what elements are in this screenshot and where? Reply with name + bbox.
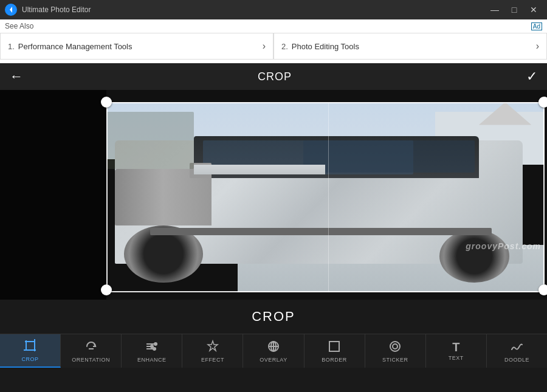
ad-item-1-arrow: › bbox=[263, 41, 266, 52]
tool-sticker-label: STICKER bbox=[382, 357, 408, 363]
tool-doodle[interactable]: DOODLE bbox=[487, 334, 547, 368]
watermark: groovyPost.com bbox=[466, 241, 541, 251]
crop-handle-top-left[interactable] bbox=[101, 97, 112, 108]
title-bar: Ultimate Photo Editor — □ ✕ bbox=[0, 0, 547, 19]
tool-effect-label: EFFECT bbox=[201, 357, 224, 363]
crop-main: groovyPost.com bbox=[0, 90, 547, 300]
overlay-icon bbox=[267, 340, 280, 355]
svg-point-18 bbox=[393, 344, 397, 349]
tool-overlay-label: OVERLAY bbox=[260, 357, 287, 363]
svg-point-9 bbox=[151, 345, 153, 348]
svg-rect-16 bbox=[329, 342, 339, 351]
tool-orientation-label: ORENTATION bbox=[72, 357, 110, 363]
tool-effect[interactable]: EFFECT bbox=[182, 334, 243, 368]
ad-items: 1. Performance Management Tools › 2. Pho… bbox=[0, 33, 547, 60]
ad-item-2-num: 2. bbox=[281, 42, 288, 51]
maximize-button[interactable]: □ bbox=[506, 1, 523, 18]
ad-item-2-text: Photo Editing Tools bbox=[292, 42, 359, 51]
enhance-icon bbox=[145, 340, 159, 355]
ad-item-1[interactable]: 1. Performance Management Tools › bbox=[0, 33, 274, 60]
crop-back-button[interactable]: ← bbox=[10, 69, 23, 84]
tool-crop-label: CROP bbox=[22, 356, 39, 362]
left-overlay bbox=[0, 90, 106, 300]
close-button[interactable]: ✕ bbox=[525, 1, 542, 18]
crop-handle-bottom-right[interactable] bbox=[538, 284, 547, 295]
border-icon bbox=[328, 340, 341, 355]
ad-item-1-num: 1. bbox=[8, 42, 15, 51]
title-bar-left: Ultimate Photo Editor bbox=[5, 4, 91, 16]
crop-icon bbox=[24, 339, 37, 354]
ad-item-2[interactable]: 2. Photo Editing Tools › bbox=[274, 33, 547, 60]
crop-confirm-button[interactable]: ✓ bbox=[526, 69, 537, 84]
crop-label-bar: CROP bbox=[0, 300, 547, 334]
tool-text-label: TEXT bbox=[449, 355, 464, 361]
text-icon: T bbox=[452, 341, 459, 353]
app-title: Ultimate Photo Editor bbox=[22, 5, 91, 14]
tool-enhance-label: ENHANCE bbox=[137, 357, 167, 363]
svg-rect-1 bbox=[26, 342, 35, 350]
ad-item-1-text: Performance Management Tools bbox=[18, 42, 132, 51]
crop-handle-top-right[interactable] bbox=[538, 97, 547, 108]
see-also-label: See Also bbox=[5, 22, 33, 30]
svg-point-17 bbox=[390, 342, 400, 351]
ad-item-2-arrow: › bbox=[536, 41, 539, 52]
tool-text[interactable]: T TEXT bbox=[426, 334, 487, 368]
tool-border-label: BORDER bbox=[322, 357, 347, 363]
tool-border[interactable]: BORDER bbox=[304, 334, 365, 368]
svg-marker-0 bbox=[10, 7, 12, 13]
sticker-icon bbox=[388, 340, 402, 355]
effect-icon bbox=[206, 340, 219, 355]
minimize-button[interactable]: — bbox=[486, 1, 503, 18]
svg-point-10 bbox=[153, 348, 156, 350]
tool-doodle-label: DOODLE bbox=[504, 357, 529, 363]
back-icon[interactable] bbox=[5, 4, 17, 16]
tool-sticker[interactable]: STICKER bbox=[365, 334, 426, 368]
tool-overlay[interactable]: OVERLAY bbox=[243, 334, 304, 368]
ad-banner: See Also Ad 1. Performance Management To… bbox=[0, 19, 547, 63]
crop-label: CROP bbox=[252, 309, 295, 325]
tool-enhance[interactable]: ENHANCE bbox=[122, 334, 182, 368]
svg-point-8 bbox=[154, 343, 157, 345]
tool-orientation[interactable]: ORENTATION bbox=[61, 334, 122, 368]
ad-badge: Ad bbox=[531, 22, 542, 30]
crop-header-title: CROP bbox=[258, 70, 292, 83]
svg-marker-11 bbox=[208, 341, 218, 351]
crop-header: ← CROP ✓ bbox=[0, 63, 547, 90]
toolbar: CROP ORENTATION ENHANCE bbox=[0, 334, 547, 368]
ad-see-also-row: See Also Ad bbox=[0, 19, 547, 33]
orientation-icon bbox=[84, 340, 98, 355]
doodle-icon bbox=[510, 340, 523, 355]
tool-crop[interactable]: CROP bbox=[0, 334, 61, 368]
window-controls: — □ ✕ bbox=[486, 1, 542, 18]
crop-vertical-line bbox=[328, 102, 329, 292]
crop-handle-bottom-left[interactable] bbox=[101, 284, 112, 295]
